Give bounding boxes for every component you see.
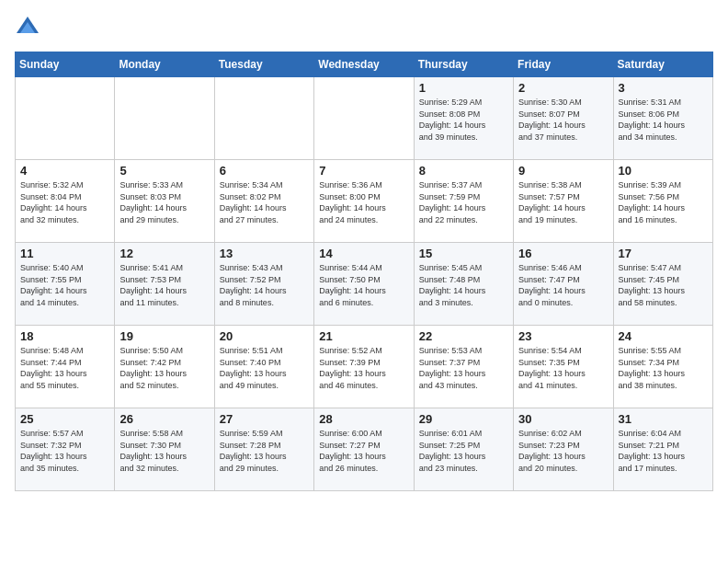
cell-info: Sunrise: 5:39 AM Sunset: 7:56 PM Dayligh… <box>619 179 708 225</box>
calendar-cell <box>214 77 313 160</box>
cell-info: Sunrise: 5:44 AM Sunset: 7:50 PM Dayligh… <box>319 262 408 308</box>
calendar-cell <box>16 77 115 160</box>
day-number: 13 <box>220 247 309 260</box>
calendar-cell: 16Sunrise: 5:46 AM Sunset: 7:47 PM Dayli… <box>514 243 613 326</box>
calendar-cell: 6Sunrise: 5:34 AM Sunset: 8:02 PM Daylig… <box>214 160 313 243</box>
day-number: 1 <box>419 81 508 95</box>
day-number: 30 <box>518 412 608 426</box>
day-number: 7 <box>319 164 408 178</box>
cell-info: Sunrise: 5:41 AM Sunset: 7:53 PM Dayligh… <box>119 262 209 308</box>
calendar-cell: 21Sunrise: 5:52 AM Sunset: 7:39 PM Dayli… <box>314 326 414 408</box>
weekday-header-monday: Monday <box>115 52 214 77</box>
calendar-cell: 28Sunrise: 6:00 AM Sunset: 7:27 PM Dayli… <box>314 408 414 491</box>
calendar-table: SundayMondayTuesdayWednesdayThursdayFrid… <box>15 52 713 491</box>
day-number: 24 <box>619 329 708 343</box>
day-number: 31 <box>619 412 708 426</box>
cell-info: Sunrise: 6:00 AM Sunset: 7:27 PM Dayligh… <box>319 428 408 474</box>
cell-info: Sunrise: 5:37 AM Sunset: 7:59 PM Dayligh… <box>419 179 508 225</box>
day-number: 10 <box>619 164 708 178</box>
calendar-cell: 26Sunrise: 5:58 AM Sunset: 7:30 PM Dayli… <box>115 408 214 491</box>
calendar-cell: 5Sunrise: 5:33 AM Sunset: 8:03 PM Daylig… <box>115 160 214 243</box>
cell-info: Sunrise: 5:33 AM Sunset: 8:03 PM Dayligh… <box>119 179 209 225</box>
cell-info: Sunrise: 5:34 AM Sunset: 8:02 PM Dayligh… <box>220 179 309 225</box>
day-number: 5 <box>119 164 209 178</box>
calendar-cell: 20Sunrise: 5:51 AM Sunset: 7:40 PM Dayli… <box>214 326 313 408</box>
calendar-cell: 4Sunrise: 5:32 AM Sunset: 8:04 PM Daylig… <box>16 160 115 243</box>
calendar-cell: 25Sunrise: 5:57 AM Sunset: 7:32 PM Dayli… <box>16 408 115 491</box>
weekday-header-sunday: Sunday <box>16 52 115 77</box>
logo <box>15 15 44 40</box>
day-number: 2 <box>518 81 608 95</box>
calendar-cell: 10Sunrise: 5:39 AM Sunset: 7:56 PM Dayli… <box>613 160 712 243</box>
cell-info: Sunrise: 5:38 AM Sunset: 7:57 PM Dayligh… <box>518 179 608 225</box>
day-number: 27 <box>220 412 309 426</box>
calendar-cell: 8Sunrise: 5:37 AM Sunset: 7:59 PM Daylig… <box>414 160 513 243</box>
calendar-cell: 22Sunrise: 5:53 AM Sunset: 7:37 PM Dayli… <box>414 326 513 408</box>
calendar-cell <box>115 77 214 160</box>
weekday-header-saturday: Saturday <box>613 52 712 77</box>
calendar-cell: 12Sunrise: 5:41 AM Sunset: 7:53 PM Dayli… <box>115 243 214 326</box>
cell-info: Sunrise: 5:31 AM Sunset: 8:06 PM Dayligh… <box>619 97 708 143</box>
day-number: 3 <box>619 81 708 95</box>
calendar-cell: 2Sunrise: 5:30 AM Sunset: 8:07 PM Daylig… <box>514 77 613 160</box>
day-number: 4 <box>20 164 109 178</box>
calendar-cell: 13Sunrise: 5:43 AM Sunset: 7:52 PM Dayli… <box>214 243 313 326</box>
cell-info: Sunrise: 5:52 AM Sunset: 7:39 PM Dayligh… <box>319 345 408 391</box>
calendar-cell: 24Sunrise: 5:55 AM Sunset: 7:34 PM Dayli… <box>613 326 712 408</box>
weekday-header-wednesday: Wednesday <box>314 52 414 77</box>
day-number: 21 <box>319 329 408 343</box>
calendar-cell: 7Sunrise: 5:36 AM Sunset: 8:00 PM Daylig… <box>314 160 414 243</box>
cell-info: Sunrise: 5:40 AM Sunset: 7:55 PM Dayligh… <box>20 262 109 308</box>
cell-info: Sunrise: 5:36 AM Sunset: 8:00 PM Dayligh… <box>319 179 408 225</box>
cell-info: Sunrise: 5:55 AM Sunset: 7:34 PM Dayligh… <box>619 345 708 391</box>
cell-info: Sunrise: 5:43 AM Sunset: 7:52 PM Dayligh… <box>220 262 309 308</box>
cell-info: Sunrise: 5:50 AM Sunset: 7:42 PM Dayligh… <box>119 345 209 391</box>
cell-info: Sunrise: 5:29 AM Sunset: 8:08 PM Dayligh… <box>419 97 508 143</box>
page-header <box>15 15 713 40</box>
day-number: 18 <box>20 329 109 343</box>
cell-info: Sunrise: 5:54 AM Sunset: 7:35 PM Dayligh… <box>518 345 608 391</box>
calendar-cell <box>314 77 414 160</box>
day-number: 6 <box>220 164 309 178</box>
cell-info: Sunrise: 5:47 AM Sunset: 7:45 PM Dayligh… <box>619 262 708 308</box>
day-number: 16 <box>518 247 608 260</box>
day-number: 19 <box>119 329 209 343</box>
cell-info: Sunrise: 5:45 AM Sunset: 7:48 PM Dayligh… <box>419 262 508 308</box>
calendar-cell: 23Sunrise: 5:54 AM Sunset: 7:35 PM Dayli… <box>514 326 613 408</box>
logo-icon <box>15 15 40 40</box>
day-number: 8 <box>419 164 508 178</box>
calendar-cell: 27Sunrise: 5:59 AM Sunset: 7:28 PM Dayli… <box>214 408 313 491</box>
calendar-cell: 11Sunrise: 5:40 AM Sunset: 7:55 PM Dayli… <box>16 243 115 326</box>
cell-info: Sunrise: 5:57 AM Sunset: 7:32 PM Dayligh… <box>20 428 109 474</box>
cell-info: Sunrise: 5:32 AM Sunset: 8:04 PM Dayligh… <box>20 179 109 225</box>
day-number: 14 <box>319 247 408 260</box>
cell-info: Sunrise: 5:51 AM Sunset: 7:40 PM Dayligh… <box>220 345 309 391</box>
day-number: 11 <box>20 247 109 260</box>
day-number: 9 <box>518 164 608 178</box>
day-number: 29 <box>419 412 508 426</box>
calendar-cell: 17Sunrise: 5:47 AM Sunset: 7:45 PM Dayli… <box>613 243 712 326</box>
calendar-cell: 9Sunrise: 5:38 AM Sunset: 7:57 PM Daylig… <box>514 160 613 243</box>
calendar-cell: 19Sunrise: 5:50 AM Sunset: 7:42 PM Dayli… <box>115 326 214 408</box>
day-number: 23 <box>518 329 608 343</box>
calendar-cell: 18Sunrise: 5:48 AM Sunset: 7:44 PM Dayli… <box>16 326 115 408</box>
cell-info: Sunrise: 5:53 AM Sunset: 7:37 PM Dayligh… <box>419 345 508 391</box>
calendar-cell: 14Sunrise: 5:44 AM Sunset: 7:50 PM Dayli… <box>314 243 414 326</box>
day-number: 12 <box>119 247 209 260</box>
cell-info: Sunrise: 5:58 AM Sunset: 7:30 PM Dayligh… <box>119 428 209 474</box>
cell-info: Sunrise: 6:04 AM Sunset: 7:21 PM Dayligh… <box>619 428 708 474</box>
day-number: 17 <box>619 247 708 260</box>
day-number: 25 <box>20 412 109 426</box>
day-number: 15 <box>419 247 508 260</box>
cell-info: Sunrise: 5:48 AM Sunset: 7:44 PM Dayligh… <box>20 345 109 391</box>
cell-info: Sunrise: 5:59 AM Sunset: 7:28 PM Dayligh… <box>220 428 309 474</box>
cell-info: Sunrise: 6:01 AM Sunset: 7:25 PM Dayligh… <box>419 428 508 474</box>
day-number: 28 <box>319 412 408 426</box>
calendar-cell: 15Sunrise: 5:45 AM Sunset: 7:48 PM Dayli… <box>414 243 513 326</box>
day-number: 26 <box>119 412 209 426</box>
calendar-cell: 1Sunrise: 5:29 AM Sunset: 8:08 PM Daylig… <box>414 77 513 160</box>
day-number: 20 <box>220 329 309 343</box>
weekday-header-tuesday: Tuesday <box>214 52 313 77</box>
cell-info: Sunrise: 5:30 AM Sunset: 8:07 PM Dayligh… <box>518 97 608 143</box>
cell-info: Sunrise: 6:02 AM Sunset: 7:23 PM Dayligh… <box>518 428 608 474</box>
